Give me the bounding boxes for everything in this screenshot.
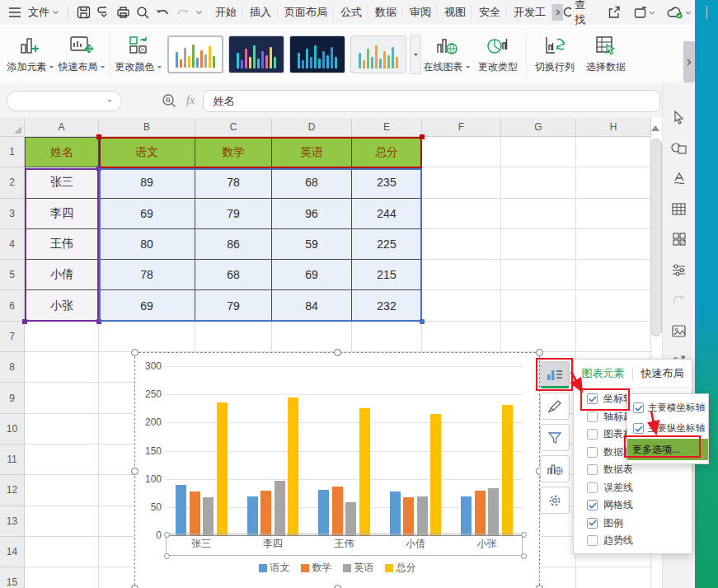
- column-header-D[interactable]: D: [272, 118, 352, 137]
- cell[interactable]: [25, 352, 99, 383]
- bar-数学[interactable]: [332, 487, 343, 535]
- new-window-icon[interactable]: [632, 2, 657, 22]
- select-data-button[interactable]: 选择数据: [580, 28, 631, 81]
- cell[interactable]: [422, 199, 501, 229]
- wordart-icon[interactable]: [670, 170, 688, 186]
- cell[interactable]: [576, 322, 651, 352]
- cell[interactable]: [25, 567, 99, 588]
- cell[interactable]: [576, 199, 651, 229]
- chart-legend[interactable]: 语文数学英语总分: [135, 561, 539, 575]
- cloud-sync-icon[interactable]: [665, 2, 693, 22]
- cell-style-blocks-icon[interactable]: [670, 231, 688, 247]
- cell[interactable]: [422, 322, 501, 352]
- table-icon[interactable]: [670, 200, 688, 217]
- gallery-more-button[interactable]: [410, 35, 421, 74]
- chart-style-thumbnail-4[interactable]: [350, 35, 406, 73]
- row-header-7[interactable]: 7: [0, 322, 25, 352]
- chart-resize-handle[interactable]: [131, 349, 138, 356]
- share-icon[interactable]: [604, 2, 624, 22]
- menu-tab-7[interactable]: 安全: [472, 4, 507, 21]
- more-tabs-button[interactable]: [552, 4, 563, 21]
- ribbon-expand-button[interactable]: [683, 41, 695, 82]
- column-header-A[interactable]: A: [25, 118, 99, 137]
- search-button[interactable]: 查找: [563, 0, 589, 27]
- switch-row-col-button[interactable]: 切换行列: [529, 28, 580, 81]
- chart-element-item-7[interactable]: 图例: [574, 515, 692, 533]
- cell[interactable]: [576, 229, 651, 260]
- axis-selection-handle[interactable]: [521, 532, 527, 538]
- cell[interactable]: [501, 199, 576, 229]
- column-header-G[interactable]: G: [501, 118, 576, 137]
- checkbox-checked[interactable]: [633, 402, 644, 413]
- chart-style-thumbnail-3[interactable]: [289, 35, 345, 73]
- column-header-H[interactable]: H: [576, 118, 651, 137]
- column-header-B[interactable]: B: [99, 118, 195, 137]
- cell[interactable]: [501, 290, 576, 321]
- cell[interactable]: [501, 167, 576, 198]
- bar-语文[interactable]: [461, 496, 472, 535]
- x-axis-selection-box[interactable]: [166, 534, 523, 556]
- cell[interactable]: [25, 506, 99, 537]
- row-header-15[interactable]: 15: [0, 567, 25, 588]
- row-header-13[interactable]: 13: [0, 506, 25, 537]
- print-icon[interactable]: [113, 2, 133, 22]
- image-icon[interactable]: [670, 322, 688, 339]
- bar-数学[interactable]: [403, 497, 414, 536]
- cell[interactable]: [501, 137, 576, 167]
- cell[interactable]: [195, 322, 272, 352]
- bar-语文[interactable]: [390, 492, 401, 535]
- cell[interactable]: [501, 229, 576, 260]
- cell[interactable]: [25, 383, 99, 413]
- bar-数学[interactable]: [260, 491, 271, 535]
- online-chart-panel-button[interactable]: [540, 455, 570, 482]
- name-box[interactable]: [7, 91, 122, 111]
- table-header-cell[interactable]: 姓名: [25, 137, 99, 167]
- chart-resize-handle[interactable]: [131, 585, 138, 588]
- undo-icon[interactable]: [153, 2, 172, 22]
- row-header-3[interactable]: 3: [0, 199, 25, 229]
- selection-handle[interactable]: [22, 319, 27, 324]
- checkbox[interactable]: [587, 464, 598, 475]
- checkbox[interactable]: [587, 447, 598, 458]
- online-chart-button[interactable]: 在线图表: [421, 28, 472, 81]
- select-cursor-icon[interactable]: [670, 109, 688, 125]
- row-header-10[interactable]: 10: [0, 414, 25, 445]
- cell[interactable]: [576, 290, 651, 321]
- checkbox[interactable]: [587, 429, 598, 440]
- menu-tab-3[interactable]: 公式: [334, 4, 368, 21]
- bar-英语[interactable]: [417, 496, 428, 535]
- row-header-8[interactable]: 8: [0, 352, 25, 383]
- checkbox-checked[interactable]: [587, 500, 598, 510]
- chart-element-item-6[interactable]: 网格线: [574, 496, 692, 515]
- row-header-2[interactable]: 2: [0, 167, 25, 198]
- menu-tab-6[interactable]: 视图: [438, 4, 472, 21]
- menu-tab-8[interactable]: 开发工: [507, 4, 552, 21]
- cell[interactable]: [422, 290, 501, 321]
- row-header-1[interactable]: 1: [0, 137, 25, 167]
- settings-sliders-icon[interactable]: [670, 261, 688, 278]
- fx-icon[interactable]: fx: [186, 94, 195, 107]
- file-menu-button[interactable]: 文件: [25, 5, 63, 20]
- cell[interactable]: [272, 322, 352, 352]
- chart-style-thumbnail-1[interactable]: [167, 35, 223, 73]
- menu-tab-1[interactable]: 插入: [243, 4, 278, 21]
- menu-tab-2[interactable]: 页面布局: [278, 4, 334, 21]
- bar-英语[interactable]: [203, 497, 214, 536]
- hamburger-menu-icon[interactable]: [5, 2, 25, 22]
- cell[interactable]: [25, 322, 99, 352]
- bar-总分[interactable]: [430, 414, 441, 535]
- chart-element-item-8[interactable]: 趋势线: [574, 532, 692, 550]
- checkbox[interactable]: [587, 535, 598, 546]
- chart-resize-handle[interactable]: [334, 585, 341, 588]
- cell[interactable]: [576, 260, 651, 290]
- formula-input[interactable]: 姓名: [203, 90, 660, 112]
- cell[interactable]: [25, 445, 99, 475]
- quick-layout-button[interactable]: 快速布局: [56, 28, 107, 81]
- legend-item[interactable]: 语文: [259, 561, 290, 575]
- print-preview-icon[interactable]: [133, 2, 153, 22]
- zoom-icon[interactable]: [162, 93, 176, 108]
- chart-settings-button[interactable]: [540, 487, 570, 514]
- bar-语文[interactable]: [176, 485, 186, 535]
- bar-英语[interactable]: [488, 488, 499, 535]
- chart-resize-handle[interactable]: [334, 349, 341, 356]
